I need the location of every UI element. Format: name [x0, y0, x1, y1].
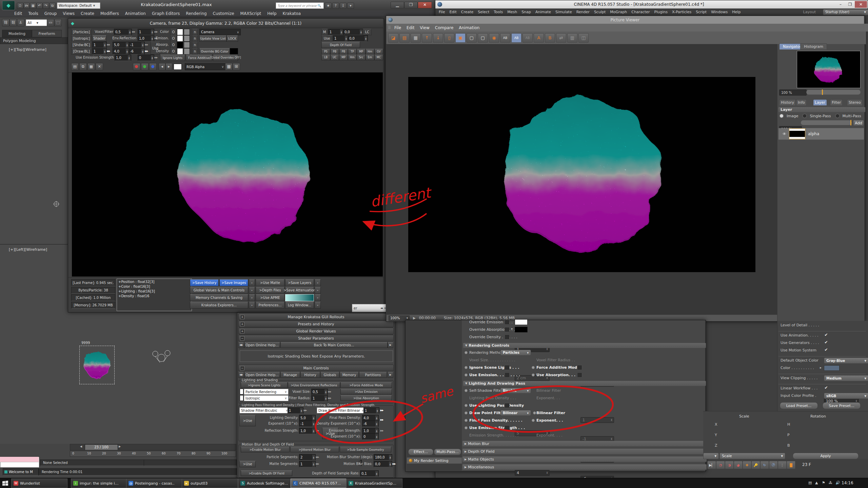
- radio-multi-pass[interactable]: [835, 114, 840, 118]
- tab-info[interactable]: Info: [796, 99, 807, 105]
- main-tab-globals[interactable]: Globals: [320, 372, 339, 378]
- vfb-cell[interactable]: n: [192, 29, 198, 35]
- flow-arrows-icon[interactable]: ▶▶: [379, 407, 384, 413]
- open-button[interactable]: 🗁: [23, 3, 30, 9]
- shadow-filter-dropdown[interactable]: Shadow Filter:Bicubic∨: [239, 407, 290, 413]
- keyframe-dot-icon[interactable]: [465, 389, 468, 392]
- keyframe-dot-icon[interactable]: [532, 373, 535, 377]
- vfb-value[interactable]: 0,0▲▼: [343, 29, 363, 35]
- checkbox[interactable]: ✔: [824, 333, 828, 337]
- c4d-maximize-button[interactable]: ❐: [845, 2, 855, 7]
- rotate-icon[interactable]: ↻: [760, 461, 769, 469]
- pv-zoom-icon[interactable]: ▦: [411, 33, 421, 43]
- max-menu-views[interactable]: Views: [63, 11, 75, 16]
- vfb-grid-button[interactable]: >Depth Files: [256, 287, 284, 294]
- vfb-value[interactable]: 1,0▲▼: [115, 55, 131, 61]
- taskbar-item-4[interactable]: ▸output03: [182, 479, 238, 488]
- c4d-menu-character[interactable]: Character: [631, 10, 650, 14]
- check-strip[interactable]: [240, 389, 243, 394]
- spinner-icon[interactable]: ⇕: [546, 348, 548, 351]
- ribbon-tab-freeform[interactable]: Freeform: [32, 30, 62, 37]
- clone-icon[interactable]: ⧉: [79, 63, 87, 70]
- vfb-cell[interactable]: O: [170, 48, 177, 55]
- c4d-menu-mesh[interactable]: Mesh: [507, 10, 517, 14]
- spinner-icon[interactable]: ▲▼: [376, 408, 379, 413]
- pv-save-icon[interactable]: ▤: [399, 33, 410, 43]
- prev-channel-icon[interactable]: ◂: [159, 63, 165, 70]
- keyframe-dot-icon[interactable]: [465, 373, 468, 377]
- force-additive-button[interactable]: Force Additive: [186, 55, 212, 61]
- max-menu-krakatoa[interactable]: Krakatoa: [283, 11, 301, 16]
- vfb-value[interactable]: 0▲▼: [362, 433, 379, 440]
- vfb-value[interactable]: 0,0▲▼: [374, 461, 392, 467]
- pass-chip[interactable]: Hm: [348, 55, 357, 60]
- nav-arrow-button[interactable]: ▶: [388, 372, 393, 378]
- tray-network-icon[interactable]: 🖧: [829, 481, 832, 485]
- redo-button[interactable]: ↷: [43, 3, 49, 9]
- expand-arrows-button[interactable]: »: [249, 302, 255, 309]
- checkbox[interactable]: [505, 403, 510, 408]
- vfb-cell[interactable]: [Draw:BL]: [71, 48, 92, 55]
- unlink-tool-icon[interactable]: ⛓: [9, 19, 17, 26]
- color-swatch[interactable]: [515, 319, 528, 325]
- pv-menu-animation[interactable]: Animation: [459, 25, 479, 30]
- expand-arrows-button[interactable]: »: [249, 287, 255, 294]
- pv-menu-view[interactable]: View: [420, 25, 429, 30]
- render-region-icon[interactable]: ◑: [725, 461, 734, 469]
- update-view-list-button[interactable]: Update View List: [199, 35, 226, 42]
- vfb-grid-button[interactable]: Log Window...: [285, 302, 314, 309]
- particle-helper-icon[interactable]: [151, 349, 173, 369]
- c4d-menu-windows[interactable]: Windows: [711, 10, 728, 14]
- vfb-camera-dropdown[interactable]: Camera∨: [199, 29, 241, 35]
- vfb-cell[interactable]: O: [170, 35, 177, 42]
- tab-history[interactable]: History: [779, 99, 796, 105]
- vfb-cell[interactable]: M: [321, 29, 328, 35]
- link-tool-icon[interactable]: ⛓: [2, 19, 9, 26]
- main-tab-memory[interactable]: Memory: [340, 372, 359, 378]
- vfb-value[interactable]: 1▲▼: [311, 395, 328, 402]
- pv-frame-b-icon[interactable]: ▢: [478, 33, 488, 43]
- vfb-cell[interactable]: [Particles]: [71, 29, 92, 35]
- vfb-grid-button[interactable]: >Save Images: [219, 279, 248, 286]
- main-tab-partitions[interactable]: Partitions: [359, 372, 387, 378]
- checkbox[interactable]: [577, 372, 582, 378]
- pass-chip[interactable]: PB: [339, 49, 348, 55]
- vfb-value[interactable]: 0▲▼: [138, 55, 154, 61]
- pass-chip[interactable]: Hm: [366, 49, 374, 55]
- keyframe-dot-icon[interactable]: [465, 366, 468, 369]
- max-close-button[interactable]: ✕: [418, 2, 432, 8]
- hidden-window-fragment[interactable]: er▬ ✕: [352, 304, 388, 312]
- main-tab-manage[interactable]: Manage: [280, 372, 300, 378]
- max-menu-maxscript[interactable]: MAXScript: [240, 11, 261, 16]
- spinner-icon[interactable]: ⇕: [546, 471, 548, 474]
- color-swatch-white[interactable]: [177, 48, 183, 55]
- open-help-button[interactable]: Open Online Help...: [244, 342, 280, 348]
- save-button[interactable]: ▦: [30, 3, 36, 9]
- bind-tool-icon[interactable]: ⚓: [17, 19, 24, 26]
- keyframe-dot-icon[interactable]: [465, 404, 468, 407]
- color-swatch[interactable]: [824, 365, 840, 371]
- flow-arrows-icon[interactable]: ▶▶: [106, 48, 111, 54]
- max-search[interactable]: Type a keyword or phrase🔍: [276, 2, 324, 9]
- multipass-button[interactable]: Multi-Pass...: [434, 449, 461, 455]
- vfb-grid-button[interactable]: >Use APME: [256, 294, 284, 301]
- nav-arrows-button[interactable]: ◀▶: [238, 342, 244, 348]
- c4d-menu-x-particles[interactable]: X-Particles: [672, 10, 691, 14]
- bg-color-swatch[interactable]: [230, 48, 238, 55]
- color-swatch-white[interactable]: [177, 35, 183, 42]
- max-menu-rendering[interactable]: Rendering: [186, 11, 206, 16]
- back-to-main-button[interactable]: Back To Main Controls...: [280, 342, 388, 348]
- collapsed-matte-objects[interactable]: ▶Matte Objects: [462, 456, 707, 462]
- taskbar-item-3[interactable]: @Posteingang - casas..: [126, 479, 182, 488]
- vfb-value[interactable]: 1,0▲▼: [138, 35, 154, 42]
- vfb-value[interactable]: 1▲▼: [363, 407, 379, 414]
- ribbon-panel-title[interactable]: Polygon Modeling: [0, 37, 71, 44]
- slider-right-arrow-icon[interactable]: ▶: [119, 445, 121, 448]
- max-maximize-button[interactable]: ❐: [404, 2, 418, 8]
- move-icon[interactable]: ✚: [743, 461, 751, 469]
- param-value[interactable]: 4⇕: [515, 470, 550, 476]
- rollout-header[interactable]: Main Controls−: [238, 365, 394, 371]
- pv-menu-compare[interactable]: Compare: [435, 25, 453, 30]
- max-logo-icon[interactable]: ◆: [2, 1, 15, 10]
- collapse-icon[interactable]: −: [240, 336, 244, 341]
